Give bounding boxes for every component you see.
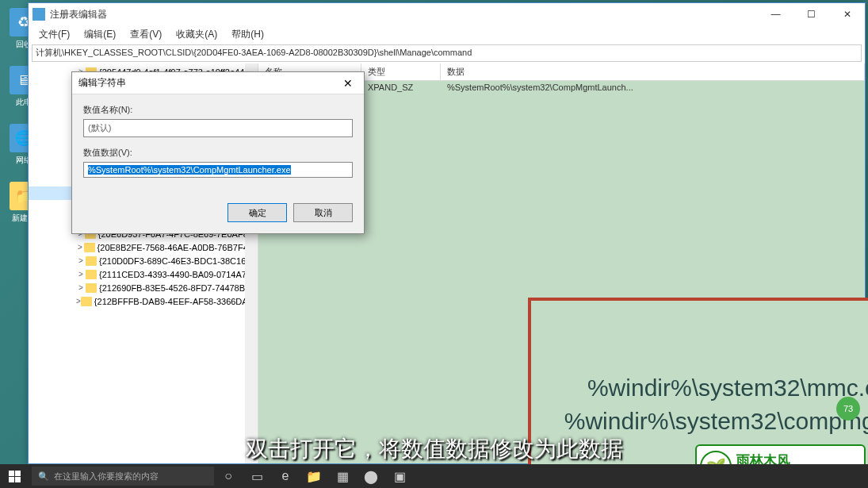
folder-icon: [86, 270, 97, 279]
menu-edit[interactable]: 编辑(E): [78, 26, 122, 43]
dialog-close-button[interactable]: ✕: [332, 72, 364, 94]
cell-type: XPAND_SZ: [361, 83, 441, 95]
taskbar-search[interactable]: 🔍 在这里输入你要搜索的内容: [32, 467, 214, 486]
taskbar-cortana[interactable]: ○: [214, 464, 243, 488]
minimize-button[interactable]: —: [758, 3, 793, 25]
value-name-input[interactable]: (默认): [83, 119, 353, 137]
search-icon: 🔍: [38, 471, 49, 482]
menu-help[interactable]: 帮助(H): [225, 26, 270, 43]
value-data-label: 数值数据(V):: [83, 147, 353, 159]
ok-button[interactable]: 确定: [228, 203, 287, 222]
window-title: 注册表编辑器: [50, 8, 758, 21]
taskbar-taskview[interactable]: ▭: [243, 464, 271, 488]
expander-icon[interactable]: >: [76, 270, 86, 279]
search-placeholder: 在这里输入你要搜索的内容: [54, 471, 159, 482]
expander-icon[interactable]: >: [76, 297, 81, 305]
tree-item-label: {212BFFFB-DAB9-4EEF-AF58-3366DAAF: [94, 297, 258, 306]
taskbar-app[interactable]: ▣: [385, 464, 414, 488]
expander-icon[interactable]: >: [76, 243, 84, 252]
annotation-text: %windir%\system32\mmc.exe /s %windir%\sy…: [547, 371, 868, 438]
titlebar[interactable]: 注册表编辑器 — ☐ ✕: [29, 3, 865, 25]
dialog-title: 编辑字符串: [78, 76, 332, 90]
cell-data: %SystemRoot%\system32\CompMgmtLaunch...: [441, 83, 865, 95]
dialog-titlebar[interactable]: 编辑字符串 ✕: [72, 72, 364, 94]
edit-string-dialog: 编辑字符串 ✕ 数值名称(N): (默认) 数值数据(V): %SystemRo…: [71, 71, 365, 234]
taskbar-edge[interactable]: e: [271, 464, 300, 488]
value-data-input[interactable]: %SystemRoot%\system32\CompMgmtLauncher.e…: [83, 162, 353, 178]
folder-icon: [86, 283, 97, 293]
close-button[interactable]: ✕: [829, 3, 865, 25]
tree-item[interactable]: >{212690FB-83E5-4526-8FD7-74478B79: [29, 281, 258, 294]
tree-item[interactable]: >{210D0DF3-689C-46E3-BDC1-38C16E8: [29, 254, 258, 267]
menu-view[interactable]: 查看(V): [124, 26, 168, 43]
menu-favorites[interactable]: 收藏夹(A): [170, 26, 224, 43]
taskbar-app[interactable]: ⬤: [357, 464, 385, 488]
regedit-icon: [33, 8, 45, 21]
value-name-label: 数值名称(N):: [83, 104, 353, 116]
start-button[interactable]: [0, 464, 29, 488]
col-data[interactable]: 数据: [441, 63, 865, 80]
tree-item[interactable]: >{212BFFFB-DAB9-4EEF-AF58-3366DAAF: [29, 294, 258, 308]
menu-file[interactable]: 文件(F): [33, 26, 76, 43]
tree-item-label: {20E8B2FE-7568-46AE-A0DB-76B7F469: [98, 243, 258, 252]
taskbar: 🔍 在这里输入你要搜索的内容 ○ ▭ e 📁 ▦ ⬤ ▣: [0, 464, 868, 488]
maximize-button[interactable]: ☐: [793, 3, 829, 25]
cancel-button[interactable]: 取消: [293, 203, 353, 222]
menubar: 文件(F) 编辑(E) 查看(V) 收藏夹(A) 帮助(H): [29, 25, 865, 43]
folder-icon: [81, 297, 92, 306]
folder-icon: [84, 243, 95, 252]
expander-icon[interactable]: >: [76, 283, 86, 292]
col-type[interactable]: 类型: [361, 63, 441, 80]
progress-badge: 73: [836, 397, 860, 421]
tree-item[interactable]: >{20E8B2FE-7568-46AE-A0DB-76B7F469: [29, 240, 258, 254]
folder-icon: [86, 256, 97, 266]
tree-item-label: {212690FB-83E5-4526-8FD7-74478B79: [99, 283, 254, 293]
tree-item[interactable]: >{2111CED3-4393-4490-BA09-0714A7C9: [29, 267, 258, 281]
windows-icon: [9, 471, 21, 482]
expander-icon[interactable]: >: [76, 256, 86, 265]
address-bar[interactable]: 计算机\HKEY_CLASSES_ROOT\CLSID\{20D04FE0-3A…: [32, 44, 862, 62]
taskbar-explorer[interactable]: 📁: [300, 464, 328, 488]
tree-item-label: {210D0DF3-689C-46E3-BDC1-38C16E8: [99, 256, 257, 266]
tree-item-label: {2111CED3-4393-4490-BA09-0714A7C9: [99, 270, 258, 279]
taskbar-app[interactable]: ▦: [328, 464, 357, 488]
